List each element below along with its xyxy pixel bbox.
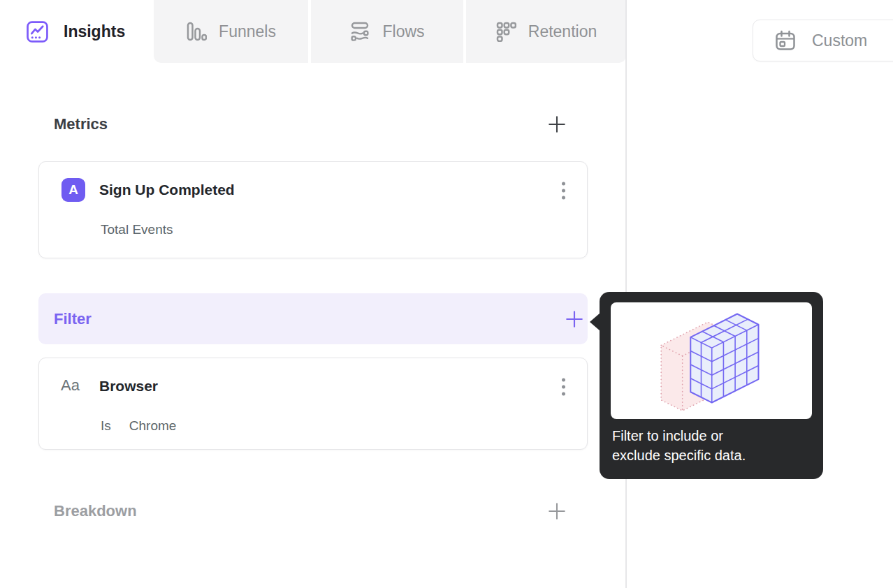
plus-icon — [547, 501, 567, 521]
filter-card[interactable]: Aa Browser IsChrome — [38, 358, 588, 450]
kebab-icon — [561, 181, 566, 200]
metric-kebab-menu[interactable] — [560, 180, 566, 201]
date-range-custom-button[interactable]: Custom — [753, 20, 893, 61]
tab-insights[interactable]: Insights — [0, 0, 152, 63]
filter-section-row[interactable]: Filter — [38, 293, 588, 344]
tooltip-text: Filter to include or exclude specific da… — [612, 426, 812, 465]
insights-chart-icon — [27, 21, 48, 43]
flows-icon — [349, 21, 370, 42]
kebab-icon — [561, 377, 566, 397]
tab-flows[interactable]: Flows — [311, 0, 463, 63]
filter-cube-illustration — [611, 302, 812, 419]
tab-retention[interactable]: Retention — [466, 0, 626, 63]
tooltip-text-line2: exclude specific data. — [612, 446, 812, 465]
metrics-section-header: Metrics — [0, 110, 626, 138]
metric-card[interactable]: A Sign Up Completed Total Events — [38, 161, 588, 258]
filter-help-tooltip: Filter to include or exclude specific da… — [600, 292, 823, 479]
metric-series-badge: A — [61, 178, 85, 202]
tab-insights-label: Insights — [64, 22, 125, 41]
breakdown-section-header: Breakdown — [0, 497, 626, 525]
filter-value[interactable]: Chrome — [129, 418, 177, 433]
add-metric-button[interactable] — [546, 114, 567, 135]
date-range-label: Custom — [812, 31, 867, 50]
add-breakdown-button[interactable] — [546, 501, 567, 522]
add-filter-button[interactable] — [564, 309, 585, 330]
tab-retention-label: Retention — [528, 22, 597, 41]
filter-operator[interactable]: Is — [101, 418, 111, 433]
funnels-bars-icon — [186, 21, 207, 42]
metrics-title: Metrics — [54, 115, 108, 133]
string-property-icon: Aa — [61, 376, 80, 395]
plus-icon — [565, 309, 584, 329]
tooltip-text-line1: Filter to include or — [612, 426, 812, 446]
retention-dots-icon — [495, 21, 516, 42]
metric-measure[interactable]: Total Events — [101, 222, 173, 237]
filter-title: Filter — [54, 310, 92, 328]
calendar-icon — [774, 29, 797, 52]
plus-icon — [547, 115, 567, 134]
filter-property-name[interactable]: Browser — [99, 378, 158, 395]
breakdown-title: Breakdown — [54, 502, 137, 520]
metric-event-name[interactable]: Sign Up Completed — [99, 182, 235, 198]
filter-kebab-menu[interactable] — [560, 376, 566, 397]
tooltip-arrow — [590, 313, 600, 331]
tab-flows-label: Flows — [382, 22, 424, 41]
tab-funnels-label: Funnels — [219, 22, 276, 41]
data-cube-icon — [649, 309, 774, 413]
tab-funnels[interactable]: Funnels — [154, 0, 308, 63]
insights-report-builder: Insights Funnels Flows — [0, 0, 893, 588]
